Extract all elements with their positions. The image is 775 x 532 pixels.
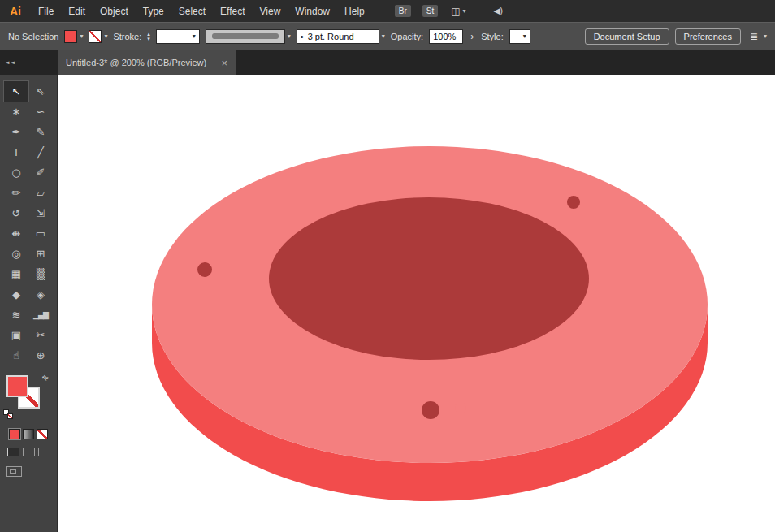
bridge-button[interactable]: Br	[395, 5, 411, 17]
tool-line-segment[interactable]: ╱	[28, 142, 53, 162]
dot-bottom-dark[interactable]	[422, 401, 439, 419]
tool-blend[interactable]: ◈	[28, 284, 53, 305]
menu-edit[interactable]: Edit	[61, 2, 93, 20]
tool-free-transform[interactable]: ▭	[28, 223, 53, 244]
align-panel-icon[interactable]: ≣	[750, 31, 758, 42]
tool-width[interactable]: ⇹	[4, 223, 28, 244]
tool-direct-selection[interactable]: ⇖	[28, 81, 53, 102]
tool-paintbrush[interactable]: ✐	[28, 162, 53, 183]
tool-eraser[interactable]: ▱	[28, 183, 53, 203]
tool-eyedropper[interactable]: ◆	[4, 284, 28, 305]
tools-panel: ↖ ⇖ ∗ ∽ ✒ ✎ T ╱ ○ ✐ ✏ ▱ ↺ ⇲ ⇹ ▭ ◎ ⊞ ▦ ▒	[0, 75, 58, 532]
chevron-down-icon: ▾	[523, 32, 526, 40]
document-tab-title: Untitled-3* @ 200% (RGB/Preview)	[66, 58, 214, 67]
menu-effect[interactable]: Effect	[213, 2, 252, 20]
chevron-down-icon: ▾	[193, 32, 196, 40]
tool-rotate[interactable]: ↺	[4, 203, 28, 223]
draw-behind-button[interactable]	[23, 448, 35, 456]
menu-view[interactable]: View	[253, 2, 288, 20]
stepper-down-icon[interactable]: ▾	[147, 37, 150, 41]
stroke-color-dropdown[interactable]: ▾	[89, 30, 107, 43]
document-tab-strip: ◄◄ Untitled-3* @ 200% (RGB/Preview) ×	[0, 50, 775, 75]
tool-curvature[interactable]: ✎	[28, 122, 53, 142]
artwork-svg	[58, 75, 775, 532]
stroke-weight-stepper[interactable]: ▴ ▾	[147, 32, 150, 41]
width-profile-preview	[206, 29, 285, 44]
color-button[interactable]	[9, 429, 20, 439]
tool-scale[interactable]: ⇲	[28, 203, 53, 223]
none-button[interactable]	[37, 429, 48, 439]
disc-inner-ellipse[interactable]	[269, 197, 589, 360]
swap-fill-stroke-icon[interactable]: ⇄	[41, 373, 50, 383]
collapse-panel-button[interactable]: ◄◄	[5, 59, 15, 66]
brush-name: 3 pt. Round	[308, 32, 354, 41]
chevron-down-icon: ▾	[463, 7, 466, 15]
illustrator-logo: Ai	[10, 5, 21, 18]
menu-select[interactable]: Select	[171, 2, 213, 20]
dot-left[interactable]	[197, 262, 212, 277]
default-stroke-icon	[7, 413, 13, 419]
width-profile-dropdown[interactable]: ▾	[206, 29, 291, 44]
chevron-down-icon: ▾	[382, 32, 385, 40]
style-field: ▾	[509, 29, 530, 44]
tool-magic-wand[interactable]: ∗	[4, 102, 28, 122]
document-tab[interactable]: Untitled-3* @ 200% (RGB/Preview) ×	[58, 50, 236, 75]
color-mode-row	[0, 429, 57, 439]
tool-type[interactable]: T	[4, 142, 28, 162]
illustrator-window: Ai File Edit Object Type Select Effect V…	[0, 0, 775, 532]
fill-color-dropdown[interactable]: ▾	[64, 30, 83, 43]
screen-mode-button[interactable]	[6, 466, 22, 477]
menu-help[interactable]: Help	[337, 2, 372, 20]
brush-definition-dropdown[interactable]: • 3 pt. Round ▾	[297, 29, 385, 44]
menu-type[interactable]: Type	[136, 2, 171, 20]
brush-dot-icon: •	[301, 32, 304, 41]
stroke-weight-dropdown[interactable]: ▾	[156, 29, 200, 44]
fill-swatch[interactable]	[6, 375, 28, 397]
document-setup-button[interactable]: Document Setup	[585, 28, 669, 45]
chevron-down-icon: ▾	[288, 32, 291, 40]
stroke-label[interactable]: Stroke:	[113, 32, 141, 41]
tool-perspective-grid[interactable]: ⊞	[28, 244, 53, 264]
opacity-label[interactable]: Opacity:	[391, 32, 423, 41]
drawing-modes-row	[0, 448, 57, 456]
tool-pencil[interactable]: ✏	[4, 183, 28, 203]
tool-slice[interactable]: ✂	[28, 325, 53, 345]
toolbar-header: ◄◄	[0, 50, 58, 75]
tool-column-graph[interactable]: ▁▄▇	[28, 305, 53, 325]
menu-window[interactable]: Window	[288, 2, 337, 20]
dot-bottom-light[interactable]	[455, 402, 466, 413]
tool-lasso[interactable]: ∽	[28, 102, 53, 122]
opacity-options-button[interactable]: ›	[469, 31, 475, 42]
dot-top-right[interactable]	[567, 196, 580, 209]
menu-bar: Ai File Edit Object Type Select Effect V…	[0, 0, 775, 22]
adobe-stock-button[interactable]: St	[422, 5, 438, 17]
chevron-down-icon: ▾	[80, 32, 83, 40]
fill-stroke-controls: ⇄	[0, 374, 57, 424]
tool-hand[interactable]: ☝	[4, 345, 28, 365]
tool-zoom[interactable]: ⊕	[28, 345, 53, 365]
tool-artboard[interactable]: ▣	[4, 325, 28, 345]
tool-shape-builder[interactable]: ◎	[4, 244, 28, 264]
draw-inside-button[interactable]	[38, 448, 50, 456]
opacity-input[interactable]	[429, 29, 463, 44]
tool-gradient[interactable]: ▒	[28, 264, 53, 284]
menu-object[interactable]: Object	[93, 2, 136, 20]
default-colors-icon[interactable]	[3, 409, 13, 419]
workspace-switcher-icon[interactable]: ◫	[451, 6, 460, 17]
gradient-button[interactable]	[23, 429, 34, 439]
brush-field: • 3 pt. Round	[297, 29, 379, 44]
draw-normal-button[interactable]	[7, 448, 19, 456]
preferences-button[interactable]: Preferences	[675, 28, 741, 45]
close-icon[interactable]: ×	[221, 57, 227, 69]
style-label: Style:	[481, 32, 504, 41]
tool-pen[interactable]: ✒	[4, 122, 28, 142]
menu-file[interactable]: File	[31, 2, 61, 20]
tool-symbol-sprayer[interactable]: ≋	[4, 305, 28, 325]
style-dropdown[interactable]: ▾	[509, 29, 530, 44]
screen-mode-row	[0, 466, 57, 477]
tool-mesh[interactable]: ▦	[4, 264, 28, 284]
tool-ellipse[interactable]: ○	[4, 162, 28, 183]
tool-selection[interactable]: ↖	[4, 81, 28, 102]
share-icon[interactable]: ◀)	[494, 6, 503, 16]
artboard-canvas[interactable]	[58, 75, 775, 532]
